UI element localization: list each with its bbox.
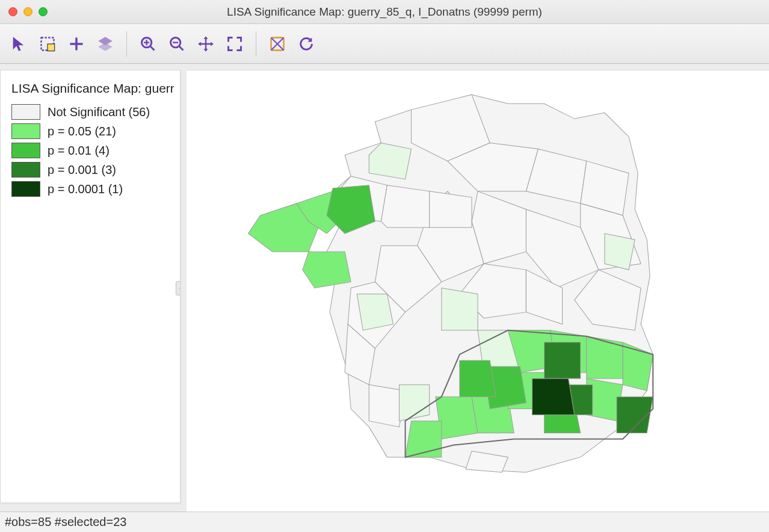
legend-title: LISA Significance Map: guerry_85_q, I_Do… (11, 81, 174, 96)
legend-label: p = 0.001 (3) (48, 163, 116, 177)
pan-tool[interactable] (193, 31, 218, 57)
zoom-window-button[interactable] (39, 7, 48, 16)
swatch-p05 (11, 123, 40, 139)
legend-item-not-significant[interactable]: Not Significant (56) (11, 104, 174, 120)
add-tool[interactable] (64, 31, 89, 57)
close-window-button[interactable] (8, 7, 17, 16)
legend-label: p = 0.01 (4) (48, 144, 110, 158)
choropleth-map (187, 70, 769, 512)
toolbar-separator (256, 31, 256, 57)
zoom-out-tool[interactable] (164, 31, 190, 57)
swatch-p001 (11, 162, 40, 178)
legend-panel: LISA Significance Map: guerry_85_q, I_Do… (0, 70, 181, 503)
legend-item-p001[interactable]: p = 0.001 (3) (11, 162, 174, 178)
plus-icon (68, 36, 85, 52)
legend-item-p05[interactable]: p = 0.05 (21) (11, 123, 174, 139)
legend-item-p0001[interactable]: p = 0.0001 (1) (11, 181, 174, 197)
panel-collapse-handle[interactable]: ◦ (176, 281, 181, 295)
pan-icon (197, 36, 214, 52)
legend-label: p = 0.05 (21) (48, 125, 116, 138)
toolbar-separator (126, 31, 127, 57)
window-title: LISA Significance Map: guerry_85_q, I_Do… (0, 5, 769, 19)
refresh-icon (298, 36, 315, 52)
pointer-tool[interactable] (6, 31, 31, 57)
swatch-p0001 (11, 181, 40, 197)
toolbar (0, 24, 769, 64)
extent-tool[interactable] (222, 31, 247, 57)
minimize-window-button[interactable] (23, 7, 32, 16)
legend-label: Not Significant (56) (48, 105, 150, 119)
pointer-icon (10, 36, 27, 52)
layers-tool[interactable] (93, 31, 118, 57)
status-bar: #obs=85 #selected=23 (0, 512, 769, 532)
window-controls (8, 7, 48, 16)
legend-label: p = 0.0001 (1) (48, 182, 123, 196)
swatch-not-significant (11, 104, 40, 120)
extent-icon (226, 36, 243, 52)
title-bar: LISA Significance Map: guerry_85_q, I_Do… (0, 0, 769, 24)
zoom-out-icon (168, 36, 185, 52)
layers-icon (97, 36, 114, 52)
status-text: #obs=85 #selected=23 (5, 515, 126, 529)
select-tool[interactable] (35, 31, 60, 57)
map-canvas[interactable] (187, 70, 769, 512)
select-rect-icon (39, 36, 56, 52)
zoom-in-tool[interactable] (135, 31, 161, 57)
swatch-p01 (11, 143, 40, 158)
legend-item-p01[interactable]: p = 0.01 (4) (11, 143, 174, 158)
zoom-in-icon (140, 36, 156, 52)
refresh-tool[interactable] (294, 31, 319, 57)
svg-rect-1 (48, 44, 55, 51)
workspace: LISA Significance Map: guerry_85_q, I_Do… (0, 64, 769, 512)
basemap-tool[interactable] (265, 31, 290, 57)
basemap-icon (269, 36, 286, 52)
